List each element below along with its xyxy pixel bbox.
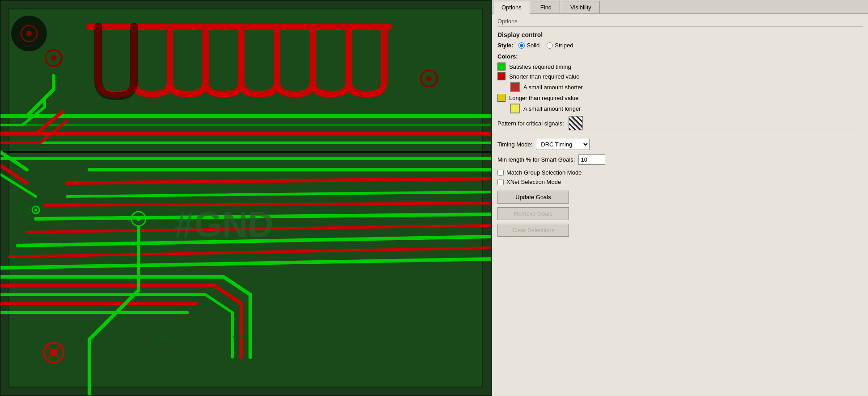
color-row-longer: Longer than required value <box>497 94 863 102</box>
color-swatch-dark-red <box>510 82 520 92</box>
tab-bar: Options Find Visibility <box>492 0 868 14</box>
style-radio-group: Solid Striped <box>518 42 573 49</box>
remove-goals-button[interactable]: Remove Goals <box>497 207 569 220</box>
svg-text:3-5: 3-5 <box>422 70 434 77</box>
pcb-canvas[interactable]: 3-5 3-5 4-5 4:5 3-5 3-5 4:5 #GND <box>0 0 492 396</box>
color-row-longer-sub: A small amount longer <box>510 104 863 113</box>
match-group-checkbox[interactable] <box>497 170 504 176</box>
style-solid-radio[interactable] <box>518 42 525 49</box>
options-sublabel: Options <box>497 18 863 27</box>
style-solid-option[interactable]: Solid <box>518 42 539 49</box>
svg-text:3-5: 3-5 <box>18 269 29 276</box>
pattern-row: Pattern for critical signals: <box>497 116 863 130</box>
color-swatch-yellow <box>497 94 506 102</box>
svg-point-30 <box>26 31 32 36</box>
svg-point-16 <box>136 217 141 221</box>
tab-find[interactable]: Find <box>532 1 560 13</box>
timing-mode-row: Timing Mode: DRC Timing Setup Timing Hol… <box>497 139 863 150</box>
color-label-shorter: Shorter than required value <box>509 73 580 80</box>
tab-options[interactable]: Options <box>493 1 530 14</box>
style-striped-radio[interactable] <box>547 42 553 49</box>
svg-text:#GND: #GND <box>174 204 274 244</box>
color-swatch-light-yellow <box>510 104 520 113</box>
xnet-label: XNet Selection Mode <box>506 179 561 185</box>
divider-1 <box>497 135 863 135</box>
display-control-title: Display control <box>497 31 863 38</box>
color-label-longer: Longer than required value <box>509 95 578 101</box>
svg-rect-1 <box>9 9 483 387</box>
color-label-shorter-sub: A small amount shorter <box>523 84 583 91</box>
clear-selections-button[interactable]: Clear Selections <box>497 224 569 237</box>
style-striped-label: Striped <box>555 42 573 49</box>
svg-text:3-5: 3-5 <box>156 333 168 341</box>
xnet-checkbox[interactable] <box>497 179 504 185</box>
color-label-longer-sub: A small amount longer <box>523 105 581 112</box>
timing-mode-select[interactable]: DRC Timing Setup Timing Hold Timing <box>536 139 590 150</box>
svg-point-3 <box>51 55 56 61</box>
tab-visibility[interactable]: Visibility <box>562 1 600 13</box>
style-solid-label: Solid <box>527 42 539 49</box>
right-panel: Options Find Visibility Options Display … <box>492 0 868 396</box>
colors-label: Colors: <box>497 53 863 60</box>
color-row-shorter-sub: A small amount shorter <box>510 82 863 92</box>
pattern-swatch <box>569 116 583 130</box>
color-swatch-green <box>497 63 506 71</box>
svg-text:3-5: 3-5 <box>36 51 49 60</box>
min-length-label: Min length % for Smart Goals: <box>497 156 575 163</box>
xnet-row: XNet Selection Mode <box>497 179 863 185</box>
min-length-row: Min length % for Smart Goals: <box>497 154 863 165</box>
pattern-label: Pattern for critical signals: <box>497 120 564 127</box>
color-row-satisfies: Satisfies required timing <box>497 63 863 71</box>
timing-mode-label: Timing Mode: <box>497 141 532 148</box>
svg-text:4:5: 4:5 <box>384 242 396 249</box>
panel-content: Options Display control Style: Solid Str… <box>492 14 868 396</box>
color-swatch-red <box>497 72 506 80</box>
svg-text:4:5: 4:5 <box>232 333 244 341</box>
min-length-input[interactable] <box>578 154 605 165</box>
color-label-satisfies: Satisfies required timing <box>509 63 571 70</box>
style-row: Style: Solid Striped <box>497 42 863 49</box>
match-group-label: Match Group Selection Mode <box>506 169 581 176</box>
color-row-shorter: Shorter than required value <box>497 72 863 80</box>
match-group-row: Match Group Selection Mode <box>497 169 863 176</box>
style-striped-option[interactable]: Striped <box>547 42 573 49</box>
svg-text:4-5: 4-5 <box>25 204 36 211</box>
update-goals-button[interactable]: Update Goals <box>497 191 569 204</box>
style-label: Style: <box>497 42 513 49</box>
